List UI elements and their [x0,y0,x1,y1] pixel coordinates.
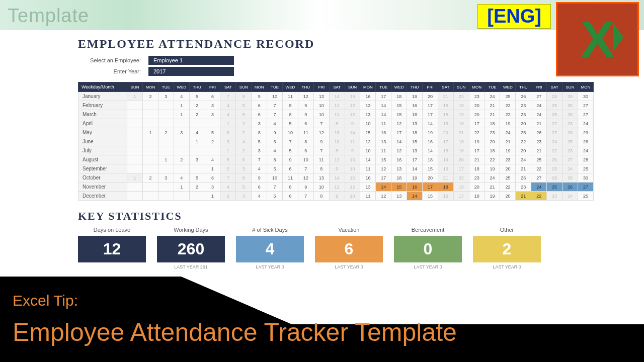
day-cell[interactable]: 18 [423,155,438,164]
day-cell[interactable]: 13 [391,192,407,201]
day-cell[interactable]: 10 [313,110,329,119]
day-cell[interactable]: 10 [345,192,360,201]
day-cell[interactable]: 20 [423,173,438,183]
day-cell[interactable]: 22 [531,164,547,173]
day-cell[interactable]: 8 [236,92,252,101]
day-cell[interactable]: 18 [438,101,453,110]
day-cell[interactable] [158,183,174,192]
day-cell[interactable] [158,192,174,201]
day-cell[interactable] [205,119,220,128]
day-cell[interactable]: 3 [158,173,174,183]
day-cell[interactable]: 17 [423,183,438,192]
day-cell[interactable]: 23 [562,119,578,128]
day-cell[interactable]: 17 [453,192,469,201]
day-cell[interactable]: 29 [562,92,578,101]
day-cell[interactable]: 9 [329,164,345,173]
day-cell[interactable]: 3 [174,128,189,137]
day-cell[interactable] [158,137,174,146]
day-cell[interactable]: 20 [453,155,469,164]
day-cell[interactable] [127,183,143,192]
day-cell[interactable]: 22 [516,137,531,146]
day-cell[interactable]: 17 [438,137,453,146]
day-cell[interactable] [142,155,158,164]
day-cell[interactable] [189,164,205,173]
day-cell[interactable]: 27 [531,173,547,183]
day-cell[interactable]: 2 [189,183,205,192]
day-cell[interactable]: 24 [562,164,578,173]
day-cell[interactable] [189,119,205,128]
day-cell[interactable]: 20 [500,164,516,173]
day-cell[interactable]: 16 [376,128,391,137]
day-cell[interactable]: 24 [578,119,593,128]
day-cell[interactable]: 11 [283,92,298,101]
day-cell[interactable]: 24 [547,137,562,146]
day-cell[interactable]: 10 [267,92,283,101]
day-cell[interactable]: 2 [142,173,158,183]
day-cell[interactable]: 9 [345,119,360,128]
day-cell[interactable]: 18 [485,119,500,128]
day-cell[interactable]: 12 [376,192,391,201]
day-cell[interactable]: 11 [298,128,313,137]
day-cell[interactable]: 19 [453,110,469,119]
day-cell[interactable]: 15 [423,164,438,173]
day-cell[interactable]: 1 [220,119,236,128]
day-cell[interactable]: 20 [469,110,485,119]
day-cell[interactable]: 6 [236,155,252,164]
day-cell[interactable]: 16 [407,183,423,192]
day-cell[interactable]: 19 [453,101,469,110]
day-cell[interactable]: 19 [453,183,469,192]
day-cell[interactable]: 11 [345,137,360,146]
day-cell[interactable]: 25 [547,101,562,110]
day-cell[interactable]: 11 [376,119,391,128]
day-cell[interactable]: 15 [438,119,453,128]
day-cell[interactable]: 7 [313,119,329,128]
day-cell[interactable] [142,137,158,146]
day-cell[interactable]: 18 [485,146,500,155]
day-cell[interactable]: 22 [485,155,500,164]
day-cell[interactable] [158,110,174,119]
day-cell[interactable]: 15 [360,128,376,137]
day-cell[interactable]: 6 [252,183,267,192]
day-cell[interactable]: 28 [578,155,593,164]
day-cell[interactable]: 14 [407,164,423,173]
day-cell[interactable]: 23 [531,137,547,146]
day-cell[interactable]: 20 [516,119,531,128]
day-cell[interactable]: 7 [220,173,236,183]
day-cell[interactable]: 25 [562,137,578,146]
day-cell[interactable]: 6 [252,101,267,110]
day-cell[interactable]: 16 [438,192,453,201]
day-cell[interactable]: 8 [329,146,345,155]
day-cell[interactable]: 22 [469,128,485,137]
day-cell[interactable]: 12 [298,173,313,183]
day-cell[interactable]: 1 [142,128,158,137]
day-cell[interactable]: 6 [267,137,283,146]
day-cell[interactable]: 27 [547,128,562,137]
day-cell[interactable]: 12 [345,183,360,192]
day-cell[interactable]: 5 [205,128,220,137]
day-cell[interactable]: 14 [329,173,345,183]
day-cell[interactable]: 19 [423,128,438,137]
day-cell[interactable]: 10 [298,155,313,164]
day-cell[interactable]: 26 [578,137,593,146]
day-cell[interactable]: 7 [236,128,252,137]
day-cell[interactable] [142,192,158,201]
day-cell[interactable]: 25 [578,192,593,201]
day-cell[interactable] [174,119,189,128]
day-cell[interactable]: 20 [469,183,485,192]
day-cell[interactable] [127,128,143,137]
day-cell[interactable]: 12 [345,101,360,110]
day-cell[interactable]: 13 [313,173,329,183]
day-cell[interactable]: 2 [174,155,189,164]
day-cell[interactable]: 8 [283,183,298,192]
day-cell[interactable]: 25 [516,128,531,137]
day-cell[interactable]: 3 [205,183,220,192]
day-cell[interactable] [127,146,143,155]
day-cell[interactable]: 16 [360,92,376,101]
day-cell[interactable]: 12 [329,155,345,164]
day-cell[interactable] [205,146,220,155]
day-cell[interactable]: 20 [438,128,453,137]
day-cell[interactable]: 18 [453,137,469,146]
day-cell[interactable] [158,101,174,110]
day-cell[interactable]: 30 [578,173,593,183]
day-cell[interactable]: 9 [252,173,267,183]
